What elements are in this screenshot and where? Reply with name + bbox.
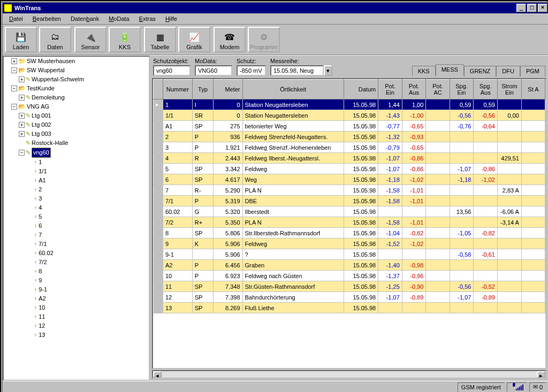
- tree-leaf[interactable]: 60.02: [39, 249, 54, 258]
- scroll-track[interactable]: [162, 371, 537, 378]
- menu-extras[interactable]: Extras: [135, 14, 160, 23]
- tree-item[interactable]: VNG AG: [27, 102, 49, 111]
- col-ort[interactable]: Örtlichkeit: [242, 80, 344, 99]
- schutzobjekt-input[interactable]: vng60: [153, 65, 191, 76]
- col-nummer[interactable]: Nummer: [163, 80, 192, 99]
- schutz-input[interactable]: -850 mV: [237, 65, 266, 76]
- tab-kks[interactable]: KKS: [412, 66, 436, 76]
- tab-dfu[interactable]: DFU: [496, 66, 520, 76]
- table-row[interactable]: 12SP7.398Bahndurchörterung15.05.98-1,07-…: [154, 292, 545, 303]
- tree-leaf[interactable]: 9: [39, 276, 42, 285]
- tree-leaf[interactable]: 1/1: [39, 167, 47, 176]
- tree-leaf[interactable]: 3: [39, 194, 42, 203]
- tree-leaf[interactable]: 10: [39, 303, 45, 312]
- tree-leaf[interactable]: 12: [39, 321, 45, 330]
- expand-icon[interactable]: +: [19, 122, 25, 128]
- modem-button[interactable]: ☎Modem: [214, 27, 246, 52]
- tree-item[interactable]: SW Musterhausen: [27, 57, 75, 66]
- scroll-right-icon[interactable]: ▸: [537, 371, 545, 378]
- sensor-button[interactable]: 🔌Sensor: [74, 27, 106, 52]
- table-row[interactable]: 8SP5.806Str.Ilberstedt-Rathmannsdorf15.0…: [154, 228, 545, 239]
- tree-leaf[interactable]: 11: [39, 312, 45, 321]
- table-row[interactable]: 2P936Feldweg Strenzfeld-Neugatters.15.05…: [154, 132, 545, 142]
- col-meter[interactable]: Meter: [214, 80, 242, 99]
- tree-leaf[interactable]: 7: [39, 230, 42, 240]
- col-typ[interactable]: Typ: [192, 80, 213, 99]
- horizontal-scrollbar[interactable]: ◂ ▸: [152, 370, 546, 379]
- tree-item-selected[interactable]: vng60: [32, 148, 51, 158]
- collapse-icon[interactable]: −: [19, 150, 25, 156]
- data-grid[interactable]: Nummer Typ Meter Örtlichkeit Datum Pot. …: [152, 78, 546, 369]
- tree-leaf[interactable]: A1: [39, 176, 45, 185]
- table-row[interactable]: 10P6.923Feldweg nach Güsten15.05.98-1,37…: [154, 271, 545, 281]
- tree-item[interactable]: Wuppertal-Schwelm: [32, 75, 84, 84]
- table-row[interactable]: 11SP7.348Str.Güsten-Rathmannsdorf15.05.9…: [154, 281, 545, 292]
- tree-leaf[interactable]: 8: [39, 267, 42, 276]
- scroll-left-icon[interactable]: ◂: [153, 371, 162, 378]
- col-spg-ein[interactable]: Spg. Ein: [450, 80, 474, 99]
- tree-leaf[interactable]: 2: [39, 185, 42, 194]
- table-row[interactable]: 3P1.921Feldweg Strenzf.-Hohenerxleben15.…: [154, 142, 545, 153]
- tree-leaf[interactable]: 5: [39, 212, 42, 221]
- tree-item[interactable]: Ltg 002: [32, 120, 51, 129]
- col-spg-aus[interactable]: Spg. Aus: [474, 80, 498, 99]
- table-row[interactable]: ▸1I0Station Neugattersleben15.05.981,441…: [154, 99, 545, 110]
- expand-icon[interactable]: +: [19, 95, 25, 101]
- table-row[interactable]: 60.02G5.320Ilberstedt15.05.9813,56-6,06 …: [154, 206, 545, 217]
- tab-grenz[interactable]: GRENZ: [464, 66, 497, 76]
- expand-icon[interactable]: +: [11, 58, 17, 64]
- expand-icon[interactable]: +: [19, 113, 25, 119]
- collapse-icon[interactable]: −: [11, 86, 17, 91]
- kks-button[interactable]: 🔋KKS: [109, 27, 141, 52]
- tree-leaf[interactable]: 7/1: [39, 240, 47, 249]
- table-row[interactable]: 1/1SR0Station Neugattersleben15.05.98-1,…: [154, 110, 545, 121]
- programm-button[interactable]: ⚙Programm: [248, 27, 280, 52]
- table-row[interactable]: 9-15.906?15.05.98-0,58-0,61: [154, 249, 545, 260]
- tree-leaf[interactable]: 4: [39, 203, 42, 212]
- collapse-icon[interactable]: −: [11, 67, 17, 73]
- menu-datei[interactable]: Datei: [5, 14, 27, 23]
- tree-leaf[interactable]: 9-1: [39, 285, 47, 294]
- daten-button[interactable]: 🗂Daten: [39, 27, 71, 52]
- table-row[interactable]: 7/1P5.319DBE15.05.98-1,58-1,01: [154, 196, 545, 206]
- tree-item[interactable]: TestKunde: [27, 84, 55, 93]
- tree-leaf[interactable]: 1: [39, 158, 42, 167]
- grafik-button[interactable]: 📈Grafik: [178, 27, 210, 52]
- col-strom-ein[interactable]: Strom Ein: [497, 80, 521, 99]
- expand-icon[interactable]: +: [19, 76, 25, 82]
- tree-item[interactable]: SW Wuppertal: [27, 66, 65, 75]
- expand-icon[interactable]: +: [19, 131, 25, 137]
- modata-input[interactable]: VNG60: [195, 65, 232, 76]
- col-st-a[interactable]: St A: [521, 80, 545, 99]
- maximize-button[interactable]: □: [527, 4, 537, 12]
- tab-pgm[interactable]: PGM: [520, 66, 545, 76]
- table-row[interactable]: A1SP275betonierter Weg15.05.98-0,77-0,65…: [154, 121, 545, 132]
- tree-leaf[interactable]: 6: [39, 221, 42, 230]
- close-button[interactable]: ×: [538, 4, 547, 12]
- tree-item[interactable]: Rostock-Halle: [32, 139, 68, 148]
- tree-leaf[interactable]: 13: [39, 330, 45, 340]
- tree-item[interactable]: Ltg 003: [32, 129, 51, 139]
- menu-modata[interactable]: MoData: [104, 14, 134, 23]
- menu-hilfe[interactable]: Hilfe: [161, 14, 181, 23]
- tab-mess[interactable]: MESS: [436, 64, 464, 76]
- table-row[interactable]: 9K5.906Feldweg15.05.98-1,52-1,02: [154, 239, 545, 249]
- tree-pane[interactable]: +📁SW Musterhausen −📂SW Wuppertal +✎Wuppe…: [3, 56, 150, 381]
- tree-item[interactable]: Demoleitung: [32, 93, 65, 102]
- laden-button[interactable]: 💾Laden: [5, 27, 37, 52]
- col-pot-ac[interactable]: Pot. AC: [426, 80, 450, 99]
- messreihe-combo[interactable]: 15.05.98, Neug: [270, 65, 324, 76]
- table-row[interactable]: 7R-5.290 PLA N15.05.98-1,58-1,012,83 A: [154, 185, 545, 196]
- tree-leaf[interactable]: 7/2: [39, 258, 47, 267]
- table-row[interactable]: 5SP3.342Feldweg15.05.98-1,07-0,86-1,07-0…: [154, 164, 545, 174]
- table-row[interactable]: 7/2R+5.350 PLA N15.05.98-1,58-1,01-3,14 …: [154, 217, 545, 228]
- table-row[interactable]: 4R2.443Feldweg Ilberst.-Neugattersl.15.0…: [154, 153, 545, 164]
- chevron-down-icon[interactable]: ▾: [324, 65, 332, 76]
- col-pot-aus[interactable]: Pot. Aus: [402, 80, 426, 99]
- tree-leaf[interactable]: A2: [39, 294, 45, 303]
- col-pot-ein[interactable]: Pot. Ein: [378, 80, 402, 99]
- menu-bearbeiten[interactable]: Bearbeiten: [28, 14, 65, 23]
- table-row[interactable]: 13SP8.269Fluß Liethe15.05.98: [154, 303, 545, 313]
- collapse-icon[interactable]: −: [11, 104, 17, 110]
- col-datum[interactable]: Datum: [344, 80, 378, 99]
